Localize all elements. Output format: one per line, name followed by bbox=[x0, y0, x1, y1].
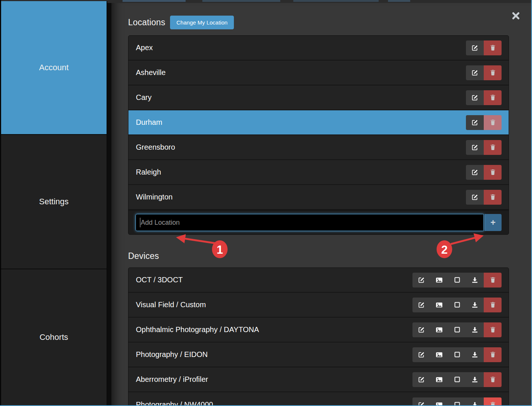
locations-title: Locations bbox=[128, 17, 165, 27]
device-square-button[interactable] bbox=[448, 298, 466, 312]
device-square-button[interactable] bbox=[448, 397, 466, 406]
device-row: Photography / NW4000 bbox=[128, 392, 509, 405]
pencil-square-icon bbox=[418, 376, 425, 383]
add-location-input[interactable] bbox=[136, 214, 484, 231]
pencil-square-icon bbox=[471, 194, 478, 201]
close-icon[interactable] bbox=[511, 11, 520, 20]
account-modal: Locations Change My Location Apex bbox=[111, 3, 531, 405]
location-name: Greensboro bbox=[136, 143, 175, 152]
device-image-button[interactable] bbox=[430, 347, 448, 362]
delete-location-button[interactable] bbox=[484, 90, 502, 105]
edit-location-button[interactable] bbox=[466, 115, 484, 130]
device-square-button[interactable] bbox=[448, 322, 466, 337]
location-name: Cary bbox=[136, 93, 151, 102]
sidebar-tab-settings[interactable]: Settings bbox=[1, 135, 107, 269]
device-download-button[interactable] bbox=[466, 397, 484, 406]
edit-device-button[interactable] bbox=[412, 298, 430, 312]
trash-icon bbox=[490, 45, 496, 51]
device-image-button[interactable] bbox=[430, 273, 448, 288]
image-icon bbox=[436, 302, 443, 308]
device-download-button[interactable] bbox=[466, 273, 484, 288]
delete-device-button[interactable] bbox=[484, 322, 502, 337]
delete-location-button[interactable] bbox=[484, 190, 502, 205]
device-download-button[interactable] bbox=[466, 347, 484, 362]
device-image-button[interactable] bbox=[430, 372, 448, 387]
text-caret bbox=[140, 218, 140, 227]
add-location-input-wrap bbox=[136, 214, 484, 231]
device-row-actions bbox=[412, 298, 502, 312]
device-download-button[interactable] bbox=[466, 372, 484, 387]
location-row[interactable]: Wilmington bbox=[128, 185, 509, 210]
delete-device-button[interactable] bbox=[484, 273, 502, 288]
pencil-square-icon bbox=[418, 327, 425, 333]
pencil-square-icon bbox=[471, 45, 478, 51]
sidebar-tab-label: Account bbox=[39, 63, 69, 72]
delete-location-button[interactable] bbox=[484, 115, 502, 130]
device-row-actions bbox=[412, 273, 502, 288]
location-row-actions bbox=[466, 140, 502, 155]
device-row: Visual Field / Custom bbox=[128, 293, 509, 318]
trash-icon bbox=[490, 351, 496, 358]
add-location-button[interactable]: + bbox=[484, 214, 502, 231]
edit-location-button[interactable] bbox=[466, 40, 484, 55]
device-name: Photography / NW4000 bbox=[136, 400, 213, 405]
edit-device-button[interactable] bbox=[412, 347, 430, 362]
pencil-square-icon bbox=[471, 169, 478, 176]
square-outline-icon bbox=[454, 277, 460, 283]
location-row[interactable]: Greensboro bbox=[128, 135, 509, 160]
square-outline-icon bbox=[454, 376, 460, 383]
image-icon bbox=[436, 376, 443, 383]
device-image-button[interactable] bbox=[430, 298, 448, 312]
delete-device-button[interactable] bbox=[484, 298, 502, 312]
location-row[interactable]: Durham bbox=[128, 110, 509, 135]
pencil-square-icon bbox=[418, 351, 425, 358]
device-square-button[interactable] bbox=[448, 273, 466, 288]
delete-location-button[interactable] bbox=[484, 140, 502, 155]
device-download-button[interactable] bbox=[466, 298, 484, 312]
delete-device-button[interactable] bbox=[484, 372, 502, 387]
delete-device-button[interactable] bbox=[484, 347, 502, 362]
edit-device-button[interactable] bbox=[412, 322, 430, 337]
location-row[interactable]: Apex bbox=[128, 36, 509, 61]
edit-location-button[interactable] bbox=[466, 140, 484, 155]
edit-device-button[interactable] bbox=[412, 273, 430, 288]
app-window: Account Settings Cohorts Locations Chang… bbox=[0, 0, 532, 406]
device-name: Aberrometry / iProfiler bbox=[136, 375, 208, 384]
sidebar-tab-account[interactable]: Account bbox=[1, 1, 107, 135]
sidebar-tab-cohorts[interactable]: Cohorts bbox=[1, 269, 107, 405]
change-my-location-button[interactable]: Change My Location bbox=[170, 16, 234, 29]
device-square-button[interactable] bbox=[448, 347, 466, 362]
location-row[interactable]: Cary bbox=[128, 85, 509, 110]
edit-location-button[interactable] bbox=[466, 90, 484, 105]
device-row: Ophthalmic Photography / DAYTONA bbox=[128, 318, 509, 342]
trash-icon bbox=[490, 119, 496, 126]
delete-location-button[interactable] bbox=[484, 40, 502, 55]
edit-location-button[interactable] bbox=[466, 65, 484, 80]
location-row[interactable]: Asheville bbox=[128, 61, 509, 85]
square-outline-icon bbox=[454, 351, 460, 358]
edit-device-button[interactable] bbox=[412, 372, 430, 387]
devices-list: OCT / 3DOCT bbox=[128, 267, 509, 405]
location-row-actions bbox=[466, 165, 502, 180]
device-name: Ophthalmic Photography / DAYTONA bbox=[136, 325, 259, 334]
device-square-button[interactable] bbox=[448, 372, 466, 387]
delete-device-button[interactable] bbox=[484, 397, 502, 406]
locations-header: Locations Change My Location bbox=[128, 15, 234, 30]
device-image-button[interactable] bbox=[430, 322, 448, 337]
location-row[interactable]: Raleigh bbox=[128, 160, 509, 185]
pencil-square-icon bbox=[471, 69, 478, 76]
delete-location-button[interactable] bbox=[484, 165, 502, 180]
location-name: Wilmington bbox=[136, 193, 173, 201]
edit-device-button[interactable] bbox=[412, 397, 430, 406]
edit-location-button[interactable] bbox=[466, 165, 484, 180]
device-download-button[interactable] bbox=[466, 322, 484, 337]
location-name: Apex bbox=[136, 43, 153, 52]
edit-location-button[interactable] bbox=[466, 190, 484, 205]
location-row-actions bbox=[466, 40, 502, 55]
modal-sidebar: Account Settings Cohorts bbox=[1, 1, 107, 406]
delete-location-button[interactable] bbox=[484, 65, 502, 80]
device-image-button[interactable] bbox=[430, 397, 448, 406]
pencil-square-icon bbox=[418, 277, 425, 283]
image-icon bbox=[436, 277, 443, 283]
pencil-square-icon bbox=[471, 144, 478, 151]
